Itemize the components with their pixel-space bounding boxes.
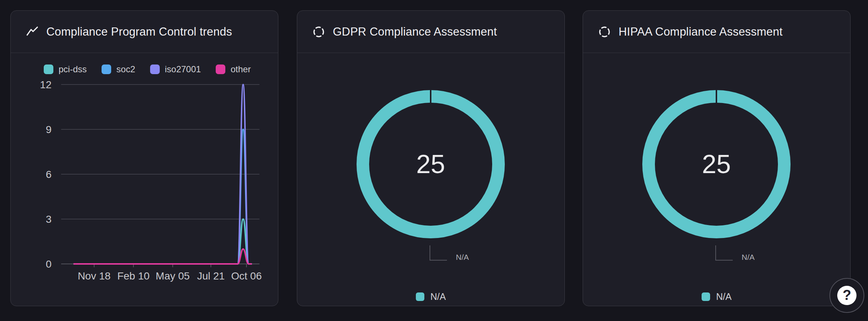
legend-item-iso27001[interactable]: iso27001	[150, 64, 201, 75]
trend-legend: pci-dss soc2 iso27001 other	[44, 64, 251, 75]
gauge-legend-label: N/A	[430, 291, 446, 302]
gdpr-callout-label: N/A	[456, 253, 469, 262]
legend-item-soc2[interactable]: soc2	[102, 64, 135, 75]
legend-label: other	[231, 64, 251, 75]
legend-item-other[interactable]: other	[216, 64, 251, 75]
hipaa-gauge-legend[interactable]: N/A	[583, 291, 850, 302]
trend-card: Compliance Program Control trends pci-ds…	[10, 10, 278, 306]
legend-swatch-pci-dss	[44, 64, 53, 74]
legend-swatch-iso27001	[150, 64, 160, 74]
assessment-dashed-circle-icon	[598, 25, 611, 39]
gauge-callout-line	[430, 245, 447, 261]
trend-chart-area: pci-dss soc2 iso27001 other 036912Nov 18…	[11, 53, 278, 306]
svg-text:6: 6	[46, 169, 52, 180]
gauge-legend-swatch	[702, 292, 710, 301]
help-button[interactable]: ?	[829, 278, 864, 313]
trend-chart-plot: 036912Nov 18Feb 10May 05Jul 21Oct 06	[11, 53, 278, 306]
svg-text:12: 12	[40, 79, 52, 90]
trend-line-icon	[26, 25, 39, 39]
svg-text:Jul 21: Jul 21	[197, 270, 225, 282]
assessment-dashed-circle-icon	[312, 25, 325, 39]
legend-label: soc2	[116, 64, 135, 75]
svg-text:Nov 18: Nov 18	[78, 270, 111, 282]
svg-text:Oct 06: Oct 06	[231, 270, 262, 282]
gdpr-gauge-legend[interactable]: N/A	[297, 291, 564, 302]
gdpr-gauge-value: 25	[357, 146, 505, 183]
hipaa-card-title: HIPAA Compliance Assessment	[619, 25, 782, 39]
svg-text:9: 9	[46, 124, 52, 135]
svg-text:3: 3	[46, 214, 52, 225]
svg-text:0: 0	[46, 258, 52, 270]
svg-text:May 05: May 05	[156, 270, 190, 282]
legend-item-pci-dss[interactable]: pci-dss	[44, 64, 87, 75]
gauge-callout-line	[715, 245, 733, 261]
legend-label: pci-dss	[59, 64, 87, 75]
svg-text:Feb 10: Feb 10	[117, 270, 149, 282]
trend-card-header: Compliance Program Control trends	[11, 11, 278, 53]
hipaa-gauge-area: 25 N/A N/A	[583, 53, 850, 306]
hipaa-card-header: HIPAA Compliance Assessment	[583, 11, 850, 53]
question-mark-icon: ?	[837, 286, 857, 305]
legend-swatch-soc2	[102, 64, 111, 74]
gdpr-card: GDPR Compliance Assessment 25 N/A N/A	[297, 10, 565, 306]
hipaa-card: HIPAA Compliance Assessment 25 N/A N/A	[583, 10, 851, 306]
legend-swatch-other	[216, 64, 225, 74]
hipaa-gauge-value: 25	[642, 146, 791, 183]
gauge-legend-label: N/A	[716, 291, 732, 302]
gauge-legend-swatch	[416, 292, 424, 301]
trend-card-title: Compliance Program Control trends	[46, 25, 232, 39]
gdpr-card-header: GDPR Compliance Assessment	[297, 11, 564, 53]
gdpr-card-title: GDPR Compliance Assessment	[333, 25, 497, 39]
gdpr-gauge-area: 25 N/A N/A	[297, 53, 564, 306]
legend-label: iso27001	[165, 64, 201, 75]
hipaa-callout-label: N/A	[742, 253, 755, 262]
